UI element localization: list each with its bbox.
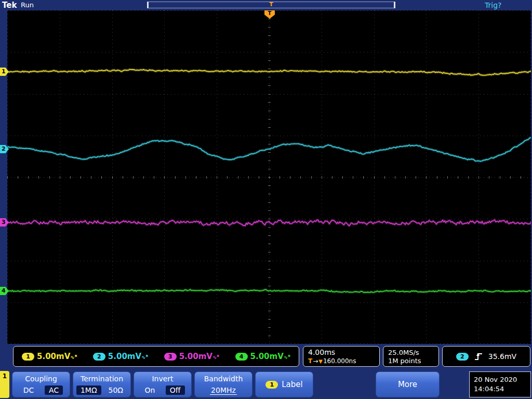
datetime-box: 20 Nov 2020 14:04:54: [469, 371, 531, 397]
termination-options: 1MΩ 50Ω: [73, 385, 130, 395]
termination-50ohm-option[interactable]: 50Ω: [104, 385, 128, 395]
coupling-options: DC AC: [12, 385, 70, 395]
invert-options: On Off: [134, 385, 191, 395]
channel-3-scale: 5.00mV∿ᴮ: [179, 352, 219, 361]
acquisition-status: Run: [21, 1, 34, 9]
coupling-button[interactable]: Coupling DC AC: [12, 371, 70, 397]
bandwidth-value[interactable]: 20MHz: [210, 386, 237, 395]
timebase-readout: 4.00ms: [308, 348, 375, 356]
bottom-menu: 1 Coupling DC AC Termination 1MΩ 50Ω Inv…: [0, 370, 532, 399]
coupling-title: Coupling: [12, 375, 70, 383]
date-display: 20 Nov 2020: [474, 375, 530, 384]
record-length: 1M points: [388, 357, 434, 365]
rising-edge-icon: [474, 351, 483, 362]
channel-2-scale: 5.00mV∿ᴮ: [108, 352, 148, 361]
trigger-delay-readout: T → ▼ 160.000ns: [308, 357, 375, 365]
invert-button[interactable]: Invert On Off: [134, 371, 192, 397]
channel-4-scale: 5.00mV∿ᴮ: [250, 352, 290, 361]
coupling-ac-option[interactable]: AC: [45, 385, 63, 395]
channel-1-badge: 1: [22, 353, 34, 361]
trigger-position-mini-marker: T: [269, 1, 273, 8]
termination-title: Termination: [73, 375, 130, 383]
channel-4-readout: 4 5.00mV∿ᴮ: [235, 352, 290, 361]
termination-button[interactable]: Termination 1MΩ 50Ω: [73, 371, 131, 397]
trigger-position-label: T: [268, 10, 272, 16]
coupling-dc-option[interactable]: DC: [19, 385, 38, 395]
label-channel-badge: 1: [265, 381, 278, 389]
channel-1-scale: 5.00mV∿ᴮ: [37, 352, 77, 361]
delay-marker-icon: ▼: [318, 358, 323, 364]
channel-1-coupling-icons: ∿ᴮ: [70, 354, 77, 360]
trigger-level: 35.6mV: [488, 352, 516, 361]
channel-3-readout: 3 5.00mV∿ᴮ: [164, 352, 219, 361]
delay-t-icon: T: [308, 357, 312, 365]
channel-1-menu-tab[interactable]: 1: [0, 371, 9, 398]
delay-value: 160.000ns: [323, 357, 356, 365]
channel-4-coupling-icons: ∿ᴮ: [284, 354, 290, 360]
time-display: 14:04:54: [474, 384, 530, 394]
channel-2-badge: 2: [93, 353, 105, 361]
horizontal-box: 4.00ms T → ▼ 160.000ns: [303, 346, 380, 367]
bandwidth-title: Bandwidth: [195, 375, 252, 383]
channel-2-readout: 2 5.00mV∿ᴮ: [93, 352, 148, 361]
graticule: [7, 10, 531, 344]
sample-rate: 25.0MS/s: [388, 349, 434, 356]
channel-4-badge: 4: [235, 353, 248, 361]
record-view-bar: T: [147, 2, 395, 8]
tek-logo: Tek: [2, 1, 17, 10]
more-title: More: [398, 380, 417, 389]
trigger-source-badge: 2: [456, 353, 469, 361]
trigger-box: 2 35.6mV: [442, 346, 530, 367]
termination-1mohm-option[interactable]: 1MΩ: [76, 385, 101, 395]
invert-on-option[interactable]: On: [140, 385, 159, 395]
top-bar: Tek Run T Trig?: [0, 0, 532, 10]
more-button[interactable]: More: [376, 371, 440, 397]
delay-arrow-icon: →: [313, 357, 318, 365]
status-bar: 1 5.00mV∿ᴮ 2 5.00mV∿ᴮ 3 5.00mV∿ᴮ 4 5.00m…: [0, 346, 532, 369]
invert-off-option[interactable]: Off: [166, 385, 185, 395]
oscilloscope-screen: Tek Run T Trig? T 1 2 3 4 1 5.00mV∿ᴮ 2 5…: [0, 0, 532, 399]
channel-3-coupling-icons: ∿ᴮ: [212, 354, 219, 360]
channel-3-badge: 3: [164, 353, 177, 361]
label-title: Label: [282, 380, 302, 389]
channel-scales-box: 1 5.00mV∿ᴮ 2 5.00mV∿ᴮ 3 5.00mV∿ᴮ 4 5.00m…: [13, 346, 299, 367]
acquisition-box: 25.0MS/s 1M points: [383, 346, 439, 367]
waveform-display: [7, 10, 531, 344]
channel-2-coupling-icons: ∿ᴮ: [141, 354, 148, 360]
invert-title: Invert: [134, 375, 191, 383]
label-button[interactable]: 1 Label: [255, 371, 313, 397]
channel-1-readout: 1 5.00mV∿ᴮ: [22, 352, 77, 361]
trigger-status: Trig?: [485, 1, 501, 9]
bandwidth-button[interactable]: Bandwidth 20MHz: [194, 371, 252, 397]
